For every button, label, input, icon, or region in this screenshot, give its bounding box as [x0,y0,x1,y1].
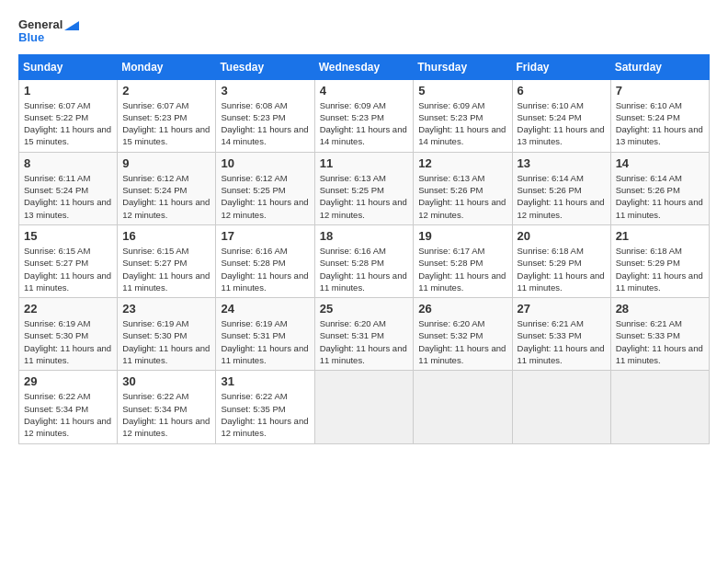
calendar-cell: 14Sunrise: 6:14 AMSunset: 5:26 PMDayligh… [610,152,709,224]
day-number: 21 [616,229,704,243]
day-number: 12 [418,156,506,170]
calendar-cell: 24Sunrise: 6:19 AMSunset: 5:31 PMDayligh… [216,298,314,371]
day-number: 24 [221,302,309,316]
calendar-cell: 8Sunrise: 6:11 AMSunset: 5:24 PMDaylight… [19,152,118,224]
logo-general: General [18,18,79,31]
day-info: Sunrise: 6:15 AMSunset: 5:27 PMDaylight:… [24,245,112,293]
calendar-table: SundayMondayTuesdayWednesdayThursdayFrid… [18,54,710,444]
day-number: 25 [320,302,409,316]
weekday-header-wednesday: Wednesday [314,54,414,79]
day-info: Sunrise: 6:18 AMSunset: 5:29 PMDaylight:… [616,245,704,293]
day-info: Sunrise: 6:22 AMSunset: 5:34 PMDaylight:… [24,390,112,439]
day-number: 10 [221,156,309,170]
page-header: General Blue [18,18,710,45]
calendar-cell [610,371,709,443]
calendar-cell: 6Sunrise: 6:10 AMSunset: 5:24 PMDaylight… [512,79,610,152]
calendar-cell: 29Sunrise: 6:22 AMSunset: 5:34 PMDayligh… [19,371,118,443]
logo: General Blue [18,18,79,45]
day-number: 1 [24,84,112,98]
day-info: Sunrise: 6:15 AMSunset: 5:27 PMDaylight:… [122,245,210,293]
logo-container: General Blue [18,18,79,45]
calendar-cell: 4Sunrise: 6:09 AMSunset: 5:23 PMDaylight… [314,79,414,152]
day-number: 3 [221,84,309,98]
day-info: Sunrise: 6:20 AMSunset: 5:32 PMDaylight:… [418,317,506,366]
calendar-cell: 9Sunrise: 6:12 AMSunset: 5:24 PMDaylight… [118,152,216,224]
day-number: 30 [122,374,210,388]
calendar-cell: 15Sunrise: 6:15 AMSunset: 5:27 PMDayligh… [19,224,118,297]
day-info: Sunrise: 6:13 AMSunset: 5:26 PMDaylight:… [418,172,506,221]
calendar-cell: 5Sunrise: 6:09 AMSunset: 5:23 PMDaylight… [414,79,512,152]
day-number: 14 [616,156,704,170]
weekday-header-thursday: Thursday [414,54,512,79]
day-info: Sunrise: 6:21 AMSunset: 5:33 PMDaylight:… [616,317,704,366]
day-number: 23 [122,302,210,316]
calendar-week-3: 15Sunrise: 6:15 AMSunset: 5:27 PMDayligh… [19,224,710,297]
day-number: 13 [518,156,606,170]
calendar-cell: 30Sunrise: 6:22 AMSunset: 5:34 PMDayligh… [118,371,216,443]
day-info: Sunrise: 6:10 AMSunset: 5:24 PMDaylight:… [518,99,606,148]
calendar-week-4: 22Sunrise: 6:19 AMSunset: 5:30 PMDayligh… [19,298,710,371]
day-info: Sunrise: 6:09 AMSunset: 5:23 PMDaylight:… [418,99,506,148]
day-info: Sunrise: 6:22 AMSunset: 5:35 PMDaylight:… [221,390,309,439]
day-info: Sunrise: 6:08 AMSunset: 5:23 PMDaylight:… [221,99,309,148]
logo-blue: Blue [18,31,79,44]
calendar-cell: 3Sunrise: 6:08 AMSunset: 5:23 PMDaylight… [216,79,314,152]
day-number: 27 [518,302,606,316]
calendar-week-5: 29Sunrise: 6:22 AMSunset: 5:34 PMDayligh… [19,371,710,443]
calendar-week-2: 8Sunrise: 6:11 AMSunset: 5:24 PMDaylight… [19,152,710,224]
day-number: 6 [518,84,606,98]
calendar-body: 1Sunrise: 6:07 AMSunset: 5:22 PMDaylight… [19,79,710,443]
calendar-cell: 25Sunrise: 6:20 AMSunset: 5:31 PMDayligh… [314,298,414,371]
calendar-cell: 12Sunrise: 6:13 AMSunset: 5:26 PMDayligh… [414,152,512,224]
day-number: 11 [320,156,409,170]
day-number: 19 [418,229,506,243]
calendar-header: SundayMondayTuesdayWednesdayThursdayFrid… [19,54,710,79]
day-info: Sunrise: 6:19 AMSunset: 5:30 PMDaylight:… [24,317,112,366]
day-number: 17 [221,229,309,243]
calendar-cell: 1Sunrise: 6:07 AMSunset: 5:22 PMDaylight… [19,79,118,152]
day-number: 26 [418,302,506,316]
day-info: Sunrise: 6:07 AMSunset: 5:22 PMDaylight:… [24,99,112,148]
calendar-cell: 10Sunrise: 6:12 AMSunset: 5:25 PMDayligh… [216,152,314,224]
weekday-header-sunday: Sunday [19,54,118,79]
calendar-cell: 2Sunrise: 6:07 AMSunset: 5:23 PMDaylight… [118,79,216,152]
calendar-cell [512,371,610,443]
day-info: Sunrise: 6:07 AMSunset: 5:23 PMDaylight:… [122,99,210,148]
day-number: 18 [320,229,409,243]
weekday-header-friday: Friday [512,54,610,79]
calendar-cell: 22Sunrise: 6:19 AMSunset: 5:30 PMDayligh… [19,298,118,371]
day-info: Sunrise: 6:19 AMSunset: 5:31 PMDaylight:… [221,317,309,366]
day-info: Sunrise: 6:12 AMSunset: 5:24 PMDaylight:… [122,172,210,221]
day-number: 5 [418,84,506,98]
day-info: Sunrise: 6:16 AMSunset: 5:28 PMDaylight:… [320,245,409,293]
calendar-cell: 27Sunrise: 6:21 AMSunset: 5:33 PMDayligh… [512,298,610,371]
day-info: Sunrise: 6:20 AMSunset: 5:31 PMDaylight:… [320,317,409,366]
calendar-cell: 18Sunrise: 6:16 AMSunset: 5:28 PMDayligh… [314,224,414,297]
calendar-week-1: 1Sunrise: 6:07 AMSunset: 5:22 PMDaylight… [19,79,710,152]
day-info: Sunrise: 6:19 AMSunset: 5:30 PMDaylight:… [122,317,210,366]
calendar-cell: 20Sunrise: 6:18 AMSunset: 5:29 PMDayligh… [512,224,610,297]
calendar-cell: 7Sunrise: 6:10 AMSunset: 5:24 PMDaylight… [610,79,709,152]
day-number: 7 [616,84,704,98]
day-info: Sunrise: 6:17 AMSunset: 5:28 PMDaylight:… [418,245,506,293]
calendar-cell: 17Sunrise: 6:16 AMSunset: 5:28 PMDayligh… [216,224,314,297]
day-number: 28 [616,302,704,316]
calendar-cell: 13Sunrise: 6:14 AMSunset: 5:26 PMDayligh… [512,152,610,224]
day-number: 22 [24,302,112,316]
day-number: 15 [24,229,112,243]
calendar-cell: 23Sunrise: 6:19 AMSunset: 5:30 PMDayligh… [118,298,216,371]
day-info: Sunrise: 6:12 AMSunset: 5:25 PMDaylight:… [221,172,309,221]
calendar-cell: 16Sunrise: 6:15 AMSunset: 5:27 PMDayligh… [118,224,216,297]
day-info: Sunrise: 6:14 AMSunset: 5:26 PMDaylight:… [518,172,606,221]
day-number: 29 [24,374,112,388]
day-number: 9 [122,156,210,170]
calendar-cell [314,371,414,443]
calendar-cell: 28Sunrise: 6:21 AMSunset: 5:33 PMDayligh… [610,298,709,371]
day-info: Sunrise: 6:09 AMSunset: 5:23 PMDaylight:… [320,99,409,148]
calendar-cell: 26Sunrise: 6:20 AMSunset: 5:32 PMDayligh… [414,298,512,371]
day-number: 2 [122,84,210,98]
day-info: Sunrise: 6:16 AMSunset: 5:28 PMDaylight:… [221,245,309,293]
calendar-cell: 31Sunrise: 6:22 AMSunset: 5:35 PMDayligh… [216,371,314,443]
weekday-header-monday: Monday [118,54,216,79]
day-info: Sunrise: 6:10 AMSunset: 5:24 PMDaylight:… [616,99,704,148]
